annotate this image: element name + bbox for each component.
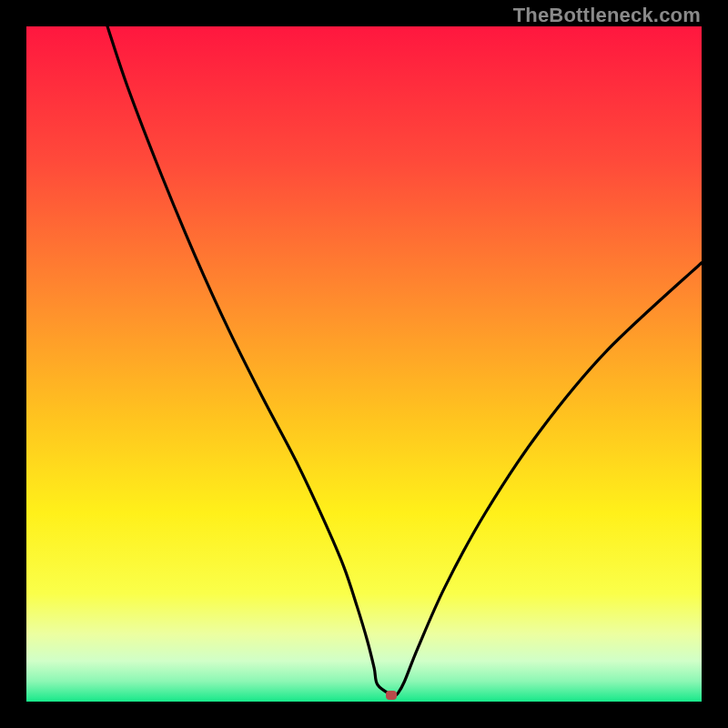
- plot-area: [26, 26, 702, 702]
- optimal-point-marker: [386, 691, 397, 700]
- chart-frame: TheBottleneck.com: [0, 0, 728, 728]
- gradient-bg: [26, 26, 702, 702]
- chart-svg: [26, 26, 702, 702]
- watermark-text: TheBottleneck.com: [513, 4, 701, 27]
